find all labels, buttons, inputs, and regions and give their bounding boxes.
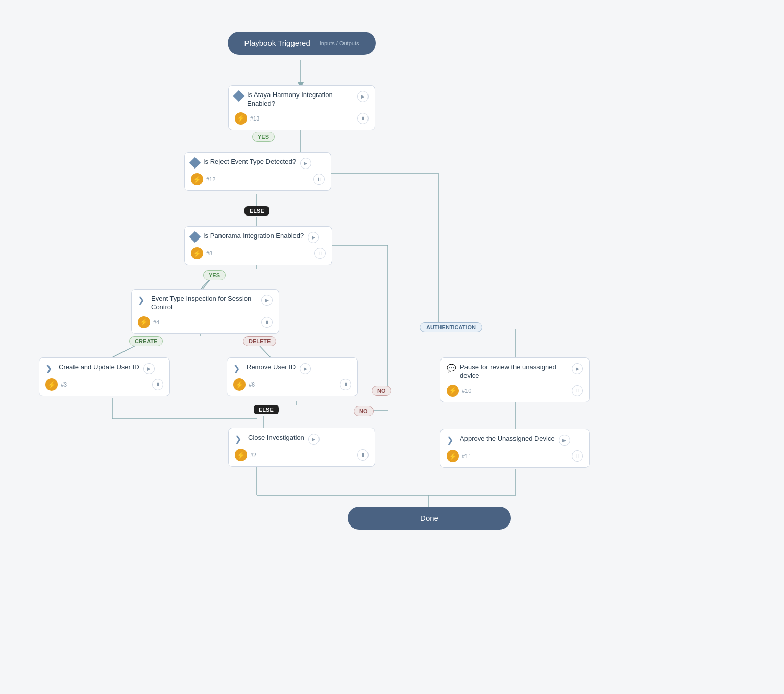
action-pause-controls: ▶ — [572, 363, 583, 374]
action-remove-num: #6 — [249, 381, 255, 388]
action-pause-bolt: ⚡ — [447, 385, 459, 397]
action-create-pause-btn[interactable]: ⏸ — [152, 379, 163, 390]
action-close-controls: ▶ — [308, 434, 320, 445]
action-pause-icon: 💬 — [447, 364, 456, 373]
cond3-play-btn[interactable]: ▶ — [308, 232, 319, 243]
action-remove-controls: ▶ — [300, 363, 311, 374]
action-approve-controls: ▶ — [559, 435, 570, 446]
action-event-controls: ▶ — [261, 295, 273, 306]
yes-badge-2: YES — [203, 270, 226, 280]
action-create-title: Create and Update User ID — [59, 363, 139, 372]
condition-ataya-node[interactable]: Is Ataya Harmony Integration Enabled? ▶ … — [228, 85, 375, 130]
cond1-bolt-icon: ⚡ — [235, 112, 247, 125]
action-pause-title: Pause for review the unassigned device — [460, 363, 568, 380]
cond1-play-btn[interactable]: ▶ — [357, 91, 369, 102]
yes-badge-1: YES — [252, 132, 275, 142]
cond1-title: Is Ataya Harmony Integration Enabled? — [247, 91, 353, 108]
action-approve-icon: ❯ — [447, 435, 456, 444]
action-pause-node[interactable]: 💬 Pause for review the unassigned device… — [440, 357, 590, 402]
diamond-icon2 — [189, 157, 201, 169]
action-remove-pause-btn[interactable]: ⏸ — [340, 379, 351, 390]
action-remove-bolt: ⚡ — [233, 378, 246, 391]
cond2-pause-btn[interactable]: ⏸ — [313, 174, 325, 185]
action-event-title: Event Type Inspection for Session Contro… — [151, 295, 257, 312]
action-event-play-btn[interactable]: ▶ — [261, 295, 273, 306]
action-close-title: Close Investigation — [248, 434, 304, 442]
cond1-num: #13 — [250, 115, 259, 122]
action-event-icon: ❯ — [138, 295, 147, 304]
action-create-controls: ▶ — [143, 363, 155, 374]
action-approve-play-btn[interactable]: ▶ — [559, 435, 570, 446]
action-create-num: #3 — [61, 381, 67, 388]
cond2-bolt-icon: ⚡ — [191, 173, 203, 185]
done-node[interactable]: Done — [348, 507, 511, 530]
trigger-node[interactable]: Playbook Triggered Inputs / Outputs — [228, 32, 376, 55]
diamond-icon — [233, 90, 245, 102]
cond1-controls: ▶ — [357, 91, 369, 102]
cond2-num: #12 — [206, 176, 215, 182]
cond1-pause-btn[interactable]: ⏸ — [357, 113, 369, 124]
else-badge-2: ELSE — [254, 405, 279, 414]
create-badge: CREATE — [129, 336, 163, 346]
auth-badge: AUTHENTICATION — [420, 322, 482, 332]
action-close-num: #2 — [250, 452, 256, 458]
action-create-icon: ❯ — [45, 364, 55, 373]
cond2-play-btn[interactable]: ▶ — [300, 158, 311, 169]
action-approve-node[interactable]: ❯ Approve the Unassigned Device ▶ ⚡ #11 … — [440, 429, 590, 468]
action-remove-play-btn[interactable]: ▶ — [300, 363, 311, 374]
no-badge-1: NO — [372, 386, 391, 396]
cond3-num: #8 — [206, 250, 212, 256]
action-event-node[interactable]: ❯ Event Type Inspection for Session Cont… — [131, 289, 279, 334]
cond3-bolt-icon: ⚡ — [191, 247, 203, 259]
done-label: Done — [420, 514, 438, 522]
action-approve-title: Approve the Unassigned Device — [460, 435, 555, 443]
action-approve-num: #11 — [462, 453, 471, 459]
action-close-bolt: ⚡ — [235, 449, 247, 461]
action-pause-num: #10 — [462, 388, 471, 394]
action-close-node[interactable]: ❯ Close Investigation ▶ ⚡ #2 ⏸ — [228, 428, 375, 467]
trigger-label: Playbook Triggered — [244, 39, 310, 47]
cond2-title: Is Reject Event Type Detected? — [203, 158, 296, 166]
action-create-play-btn[interactable]: ▶ — [143, 363, 155, 374]
action-close-icon: ❯ — [235, 434, 244, 443]
delete-badge: DELETE — [243, 336, 276, 346]
action-event-bolt: ⚡ — [138, 316, 150, 328]
action-close-pause-btn[interactable]: ⏸ — [357, 449, 369, 461]
action-create-bolt: ⚡ — [45, 378, 58, 391]
no-badge-2: NO — [354, 406, 374, 416]
action-approve-pause-btn[interactable]: ⏸ — [572, 450, 583, 462]
action-remove-title: Remove User ID — [247, 363, 296, 372]
action-close-play-btn[interactable]: ▶ — [308, 434, 320, 445]
action-pause-pause-btn[interactable]: ⏸ — [572, 385, 583, 396]
diamond-icon3 — [189, 231, 201, 243]
connections-svg — [0, 0, 784, 694]
cond3-pause-btn[interactable]: ⏸ — [314, 248, 326, 259]
condition-panorama-node[interactable]: Is Panorama Integration Enabled? ▶ ⚡ #8 … — [184, 226, 332, 265]
cond3-controls: ▶ — [308, 232, 319, 243]
action-pause-play-btn[interactable]: ▶ — [572, 363, 583, 374]
action-create-node[interactable]: ❯ Create and Update User ID ▶ ⚡ #3 ⏸ — [39, 357, 170, 396]
condition-reject-node[interactable]: Is Reject Event Type Detected? ▶ ⚡ #12 ⏸ — [184, 152, 331, 191]
else-badge-1: ELSE — [244, 206, 270, 216]
action-remove-node[interactable]: ❯ Remove User ID ▶ ⚡ #6 ⏸ — [227, 357, 358, 396]
action-event-pause-btn[interactable]: ⏸ — [261, 317, 273, 328]
cond3-title: Is Panorama Integration Enabled? — [203, 232, 304, 241]
action-event-num: #4 — [153, 319, 159, 325]
action-approve-bolt: ⚡ — [447, 450, 459, 462]
trigger-io-label: Inputs / Outputs — [320, 40, 359, 46]
flow-canvas: Playbook Triggered Inputs / Outputs Is A… — [0, 0, 784, 694]
cond2-controls: ▶ — [300, 158, 311, 169]
action-remove-icon: ❯ — [233, 364, 242, 373]
